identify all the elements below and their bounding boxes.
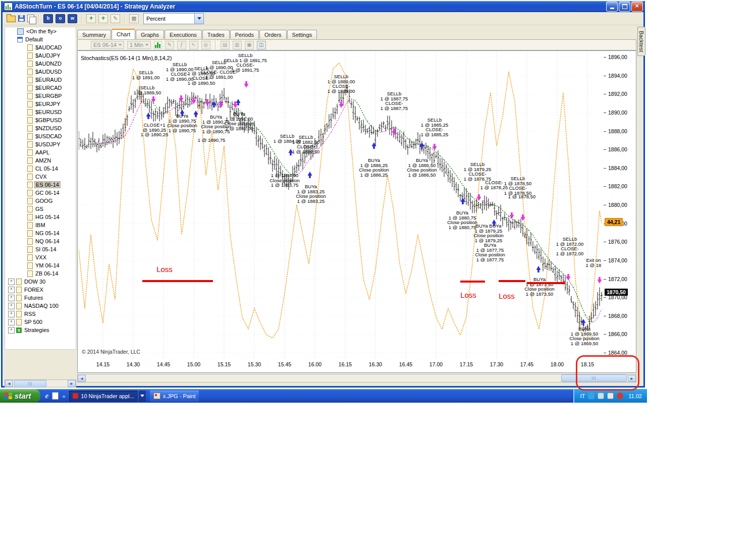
tree-item-label[interactable]: $AUDCAD: [34, 44, 63, 50]
sidebar-item-dow-30[interactable]: +DOW 30: [5, 278, 76, 286]
scroll-left-icon[interactable]: ◄: [78, 375, 86, 382]
tree-item-label[interactable]: Futures: [23, 295, 44, 301]
sidebar-item-ym-06-14[interactable]: YM 06-14: [5, 261, 76, 269]
time-axis[interactable]: 14.1514.3014.4515.0015.1515.3015.4516.00…: [79, 360, 604, 370]
tree-item-label[interactable]: $AUDUSD: [34, 69, 63, 75]
taskbar-item-ninjatrader[interactable]: 10 NinjaTrader appl...: [69, 391, 137, 402]
tree-item-label[interactable]: SP 500: [23, 319, 43, 325]
sidebar-item-rss[interactable]: +RSS: [5, 310, 76, 318]
tab-periods[interactable]: Periods: [230, 30, 259, 39]
start-button[interactable]: start: [0, 389, 40, 403]
tree-item-label[interactable]: CL 05-14: [34, 166, 59, 172]
expand-icon[interactable]: +: [8, 303, 15, 309]
tree-item-label[interactable]: DOW 30: [23, 279, 46, 285]
tree-item-label[interactable]: Strategies: [23, 327, 50, 333]
tree-item-label[interactable]: NASDAQ 100: [23, 303, 60, 309]
sidebar-item-futures[interactable]: +Futures: [5, 294, 76, 302]
notepad-icon[interactable]: [52, 392, 59, 400]
tree-item-label[interactable]: $EURUSD: [34, 109, 63, 115]
sidebar-item--eurgbp[interactable]: $EURGBP: [5, 92, 76, 100]
cursor-icon[interactable]: ↖: [189, 41, 198, 49]
interval-dropdown[interactable]: 1 Min: [127, 41, 151, 49]
draw-icon[interactable]: ✎: [165, 41, 174, 49]
expand-icon[interactable]: +: [8, 295, 15, 301]
tree-item-label[interactable]: $USDCAD: [34, 133, 63, 139]
tree-item-label[interactable]: HG 05-14: [34, 214, 61, 220]
tree-item-label[interactable]: ZB 06-14: [34, 270, 59, 277]
sidebar-item-ibm[interactable]: IBM: [5, 221, 76, 229]
tree-item-label[interactable]: IBM: [34, 222, 46, 228]
sidebar-item--audcad[interactable]: $AUDCAD: [5, 43, 76, 51]
tree-item-label[interactable]: RSS: [23, 311, 37, 317]
sync-icon[interactable]: [588, 393, 595, 399]
language-indicator[interactable]: IT: [580, 393, 585, 399]
quick-launch-expand-icon[interactable]: »: [62, 393, 65, 399]
expand-icon[interactable]: +: [8, 287, 15, 293]
sidebar-item-si-05-14[interactable]: SI 05-14: [5, 245, 76, 253]
expand-icon[interactable]: +: [8, 327, 15, 334]
sidebar-item--eurjpy[interactable]: $EURJPY: [5, 100, 76, 108]
network-icon[interactable]: [598, 393, 604, 399]
sidebar-item-strategies[interactable]: +SStrategies: [5, 326, 76, 334]
sidebar-item--audnzd[interactable]: $AUDNZD: [5, 60, 76, 68]
chart-style-icon[interactable]: [154, 41, 162, 49]
tree-item-label[interactable]: GC 06-14: [34, 190, 61, 196]
close-button[interactable]: ×: [631, 2, 643, 12]
internet-explorer-icon[interactable]: e: [45, 392, 49, 400]
tree-item-label[interactable]: GS: [34, 206, 44, 212]
sidebar-item--eurcad[interactable]: $EURCAD: [5, 84, 76, 92]
save-icon[interactable]: [18, 15, 25, 22]
expand-icon[interactable]: +: [8, 279, 15, 285]
tree-item-label[interactable]: VXX: [34, 254, 47, 260]
instrument-dropdown[interactable]: ES 06-14: [91, 41, 124, 49]
tree-item-label[interactable]: $AUDNZD: [34, 61, 63, 67]
tree-item-label[interactable]: $EURAUD: [34, 77, 63, 83]
sidebar-item--euraud[interactable]: $EURAUD: [5, 76, 76, 84]
add-icon[interactable]: +: [86, 14, 96, 23]
volume-icon[interactable]: [607, 393, 614, 399]
tree-item-label[interactable]: $EURCAD: [34, 85, 63, 91]
security-alert-icon[interactable]: [617, 393, 623, 399]
sidebar-item-gs[interactable]: GS: [5, 205, 76, 213]
layout-b-button[interactable]: b: [43, 14, 53, 23]
sidebar-scrollbar[interactable]: ◄ ►: [5, 379, 76, 388]
tree-item-label[interactable]: $USDJPY: [34, 141, 62, 147]
sidebar-item-hg-05-14[interactable]: HG 05-14: [5, 213, 76, 221]
sidebar-item--nzdusd[interactable]: $NZDUSD: [5, 124, 76, 132]
tree-item-label[interactable]: ES 06-14: [34, 181, 61, 188]
tree-item-label[interactable]: YM 06-14: [34, 262, 61, 268]
tree-item-label[interactable]: $EURGBP: [34, 93, 63, 99]
panel-grid-icon[interactable]: ▥: [233, 41, 242, 49]
tree-item-label[interactable]: NG 05-14: [34, 230, 61, 236]
tab-chart[interactable]: Chart: [112, 29, 135, 39]
backtest-tab[interactable]: Backtest: [637, 27, 645, 56]
scroll-right-icon[interactable]: ►: [68, 380, 76, 387]
sidebar-item--on-the-fly-[interactable]: <On the fly>: [5, 27, 76, 35]
sidebar-item--usdcad[interactable]: $USDCAD: [5, 132, 76, 140]
tree-item-label[interactable]: $GBPUSD: [34, 117, 63, 123]
tab-summary[interactable]: Summary: [77, 30, 111, 39]
zoom-icon[interactable]: ◎: [201, 41, 210, 49]
tree-item-label[interactable]: $EURJPY: [34, 101, 62, 107]
tree-item-label[interactable]: CVX: [34, 174, 48, 180]
sidebar-item-amzn[interactable]: AMZN: [5, 156, 76, 164]
edit-icon[interactable]: ✎: [111, 14, 120, 23]
grid-icon[interactable]: ▦: [129, 14, 139, 23]
panel-split-icon[interactable]: ▤: [221, 41, 230, 49]
layout-o-button[interactable]: o: [56, 14, 65, 23]
chart-scrollbar[interactable]: ◄ ►: [77, 374, 636, 382]
sidebar-item-sp-500[interactable]: +SP 500: [5, 318, 76, 326]
copy-icon[interactable]: [27, 15, 34, 22]
tree-item-label[interactable]: FOREX: [23, 287, 44, 293]
tab-orders[interactable]: Orders: [259, 30, 287, 39]
tab-trades[interactable]: Trades: [202, 30, 230, 39]
sidebar-item--usdjpy[interactable]: $USDJPY: [5, 140, 76, 148]
price-chart[interactable]: SELLb1 @ 1891,00SELLb1 @ 1889,50SELLb1 @…: [79, 52, 604, 359]
tree-item-label[interactable]: AMZN: [34, 157, 52, 163]
tree-item-label[interactable]: <On the fly>: [25, 28, 58, 34]
sidebar-item-gc-06-14[interactable]: GC 06-14: [5, 189, 76, 197]
minimize-button[interactable]: [606, 2, 618, 12]
price-axis[interactable]: 1896,001894,001892,001890,001888,001886,…: [604, 52, 635, 359]
sidebar-item--audjpy[interactable]: $AUDJPY: [5, 51, 76, 60]
tree-item-label[interactable]: Default: [24, 36, 44, 42]
